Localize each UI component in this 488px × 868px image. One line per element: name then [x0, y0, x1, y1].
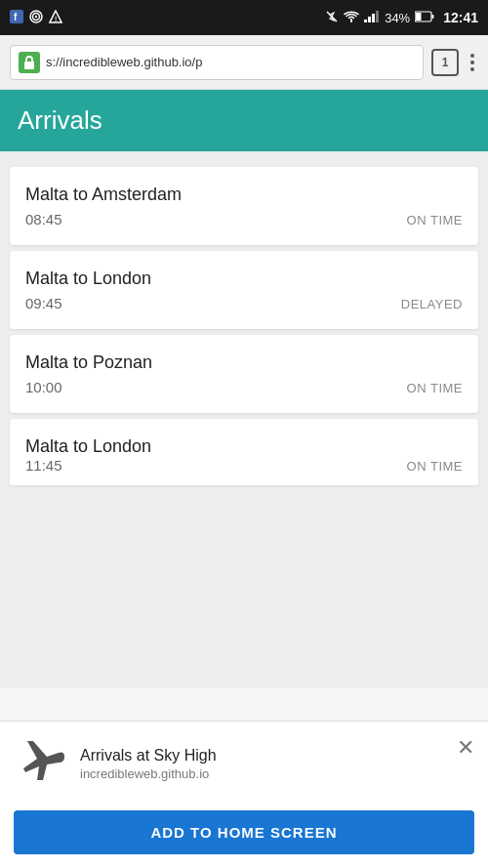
- page-header: Arrivals: [0, 90, 488, 151]
- add-to-home-panel: Arrivals at Sky High incredibleweb.githu…: [0, 721, 488, 868]
- add-to-home-text-block: Arrivals at Sky High incredibleweb.githu…: [80, 747, 472, 781]
- flight-route-text-2: Malta to Poznan: [25, 352, 152, 373]
- menu-dot-3: [470, 67, 474, 71]
- svg-rect-14: [432, 15, 434, 19]
- flight-card-1[interactable]: Malta to London 09:45 DELAYED: [10, 251, 478, 329]
- flight-time-0: 08:45: [25, 211, 62, 227]
- flight-card-2[interactable]: Malta to Poznan 10:00 ON TIME: [10, 335, 478, 413]
- flight-time-3: 11:45: [25, 457, 62, 474]
- menu-dot-2: [470, 61, 474, 64]
- wifi-icon: [344, 11, 359, 25]
- flight-card-0[interactable]: Malta to Amsterdam 08:45 ON TIME: [10, 167, 478, 245]
- browser-menu-button[interactable]: [467, 52, 478, 73]
- flight-route-text-3: Malta to London: [25, 436, 151, 457]
- status-bar-right: 34% 12:41: [325, 10, 478, 26]
- flight-card-3[interactable]: Malta to London 11:45 ON TIME: [10, 419, 478, 485]
- flight-status-3: ON TIME: [407, 459, 463, 474]
- flight-details-row-2: 10:00 ON TIME: [25, 379, 463, 395]
- flight-route-text-0: Malta to Amsterdam: [25, 185, 182, 205]
- svg-rect-15: [24, 62, 34, 69]
- svg-rect-9: [368, 17, 371, 22]
- add-to-home-button[interactable]: ADD TO HOME SCREEN: [14, 810, 474, 854]
- flight-route-row-2: Malta to Poznan: [25, 352, 463, 373]
- flight-status-1: DELAYED: [401, 297, 463, 311]
- flight-details-row-0: 08:45 ON TIME: [25, 211, 463, 227]
- svg-text:!: !: [55, 15, 57, 21]
- battery-icon: [415, 11, 434, 25]
- flight-status-2: ON TIME: [407, 381, 463, 395]
- target-icon: [29, 10, 43, 26]
- flight-route-row-1: Malta to London: [25, 269, 463, 289]
- bluetooth-muted-icon: [325, 10, 339, 26]
- status-time: 12:41: [443, 10, 478, 25]
- add-to-home-title: Arrivals at Sky High: [80, 747, 472, 765]
- flight-route-row-0: Malta to Amsterdam: [25, 185, 463, 205]
- status-bar-left-icons: f !: [10, 10, 62, 26]
- flight-route-row-3: Malta to London: [25, 436, 463, 457]
- battery-text: 34%: [385, 11, 410, 25]
- svg-rect-11: [376, 11, 379, 22]
- flight-route-text-1: Malta to London: [25, 269, 151, 289]
- plane-icon: [16, 735, 66, 793]
- flight-time-1: 09:45: [25, 295, 62, 311]
- add-to-home-info: Arrivals at Sky High incredibleweb.githu…: [0, 722, 488, 806]
- lock-icon: [19, 52, 40, 73]
- svg-rect-8: [364, 20, 367, 22]
- svg-rect-10: [372, 14, 375, 22]
- flight-time-2: 10:00: [25, 379, 62, 395]
- flight-details-row-3: 11:45 ON TIME: [25, 457, 463, 474]
- warning-icon: !: [49, 10, 62, 26]
- flight-status-0: ON TIME: [407, 213, 463, 227]
- close-button[interactable]: ✕: [457, 735, 474, 761]
- svg-rect-13: [416, 13, 422, 21]
- facebook-icon: f: [10, 10, 23, 26]
- url-text: s://incredibleweb.github.io/p: [46, 55, 202, 69]
- tab-badge[interactable]: 1: [431, 49, 459, 76]
- flights-list: Malta to Amsterdam 08:45 ON TIME Malta t…: [0, 151, 488, 687]
- status-bar: f !: [0, 0, 488, 35]
- signal-icon: [364, 11, 380, 25]
- svg-point-4: [35, 15, 37, 17]
- flight-details-row-1: 09:45 DELAYED: [25, 295, 463, 311]
- browser-bar: s://incredibleweb.github.io/p 1: [0, 35, 488, 90]
- menu-dot-1: [470, 54, 474, 58]
- page-title: Arrivals: [18, 105, 470, 136]
- add-to-home-url: incredibleweb.github.io: [80, 766, 472, 781]
- url-bar[interactable]: s://incredibleweb.github.io/p: [10, 45, 424, 80]
